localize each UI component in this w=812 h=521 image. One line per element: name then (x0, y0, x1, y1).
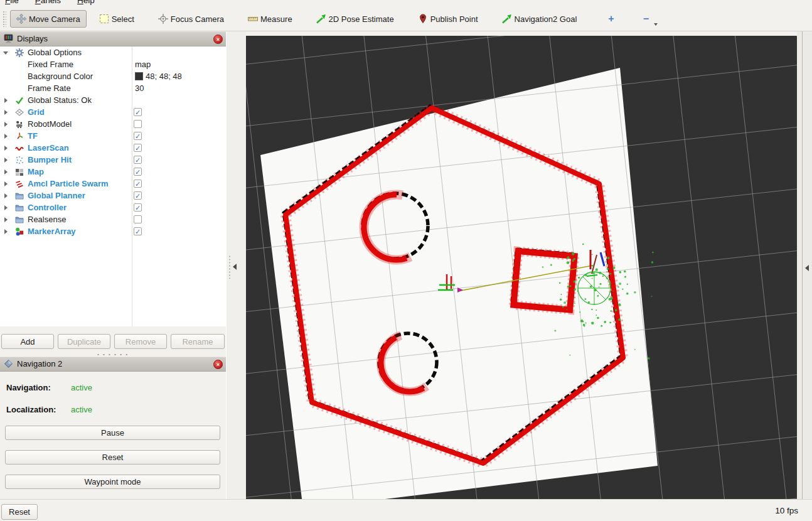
display-label[interactable]: Global Options (28, 48, 82, 57)
expander-closed-icon[interactable] (4, 169, 8, 175)
visibility-checkbox[interactable] (134, 120, 142, 128)
display-label[interactable]: Global Status: Ok (28, 95, 92, 105)
laser-icon (15, 144, 24, 153)
property-value[interactable]: 48; 48; 48 (135, 72, 182, 81)
menu-bar: File Panels Help (0, 0, 812, 7)
display-label[interactable]: Grid (28, 107, 45, 117)
map-pin-icon (418, 14, 428, 24)
visibility-checkbox[interactable]: ✓ (134, 108, 142, 116)
expander-closed-icon[interactable] (4, 134, 8, 139)
displays-panel-header[interactable]: Displays × (0, 31, 226, 46)
property-value[interactable]: 30 (135, 83, 144, 93)
check-icon (15, 96, 24, 105)
localization-status-value: active (71, 405, 92, 414)
navigation-status-value: active (71, 383, 92, 392)
move-camera-icon (16, 14, 26, 24)
expander-closed-icon[interactable] (4, 217, 8, 222)
tool-focus-camera[interactable]: Focus Camera (152, 10, 230, 28)
tool-move-camera[interactable]: Move Camera (10, 10, 87, 28)
visibility-checkbox[interactable]: ✓ (134, 227, 142, 235)
display-label[interactable]: LaserScan (28, 143, 69, 153)
expander-open-icon[interactable] (3, 51, 8, 55)
display-label[interactable]: Global Planner (28, 191, 85, 200)
display-row-bumper-hit[interactable]: Bumper Hit✓ (0, 154, 226, 166)
tool-label: Navigation2 Goal (515, 14, 577, 24)
reset-time-button[interactable]: Reset (1, 504, 38, 520)
expander-closed-icon[interactable] (4, 181, 8, 186)
toolbar: Move Camera Select Focus Camera Measure … (0, 7, 812, 31)
folder-icon (15, 191, 24, 200)
navigation2-close-button[interactable]: × (213, 360, 223, 369)
visibility-checkbox[interactable]: ✓ (134, 144, 142, 152)
display-row-controller[interactable]: Controller✓ (0, 201, 226, 213)
waypoint-mode-button[interactable]: Waypoint mode (5, 475, 220, 489)
3d-viewport[interactable] (246, 36, 797, 499)
tool-label: Move Camera (29, 14, 80, 24)
display-label[interactable]: MarkerArray (28, 227, 76, 236)
menu-help[interactable]: Help (77, 0, 95, 5)
tool-measure[interactable]: Measure (242, 10, 299, 28)
display-label[interactable]: Controller (28, 203, 67, 212)
visibility-checkbox[interactable]: ✓ (134, 132, 142, 140)
tool-navigation2-goal[interactable]: Navigation2 Goal (496, 10, 584, 28)
visibility-checkbox[interactable]: ✓ (134, 156, 142, 164)
display-row-global-planner[interactable]: Global Planner✓ (0, 190, 226, 201)
displays-close-button[interactable]: × (213, 35, 223, 44)
toolbar-drag-handle[interactable] (3, 11, 6, 27)
display-row-grid[interactable]: Grid✓ (0, 106, 226, 118)
display-row-realsense[interactable]: Realsense (0, 213, 226, 225)
display-row-background-color[interactable]: Background Color48; 48; 48 (0, 70, 226, 82)
expander-closed-icon[interactable] (4, 193, 8, 198)
display-row-global-status-ok[interactable]: Global Status: Ok (0, 94, 226, 106)
expander-closed-icon[interactable] (4, 146, 8, 151)
expander-closed-icon[interactable] (4, 98, 8, 103)
pause-button[interactable]: Pause (5, 426, 220, 440)
expander-closed-icon[interactable] (4, 205, 8, 210)
display-label[interactable]: Frame Rate (28, 83, 71, 93)
display-row-amcl-particle-swarm[interactable]: Amcl Particle Swarm✓ (0, 178, 226, 190)
visibility-checkbox[interactable]: ✓ (134, 191, 142, 200)
collapse-right-panel-icon[interactable] (805, 265, 809, 271)
add-tool-button[interactable]: + (603, 11, 619, 27)
display-row-laserscan[interactable]: LaserScan✓ (0, 142, 226, 154)
navigation-status-label: Navigation: (6, 383, 51, 392)
display-row-markerarray[interactable]: MarkerArray✓ (0, 225, 226, 237)
display-label[interactable]: RobotModel (28, 119, 72, 129)
right-splitter[interactable] (797, 31, 812, 499)
menu-panels[interactable]: Panels (35, 0, 61, 5)
expander-closed-icon[interactable] (4, 122, 8, 127)
tool-publish-point[interactable]: Publish Point (412, 10, 484, 28)
collapse-left-panel-icon[interactable] (233, 264, 237, 270)
display-row-fixed-frame[interactable]: Fixed Framemap (0, 58, 226, 70)
expander-closed-icon[interactable] (4, 158, 8, 163)
visibility-checkbox[interactable] (134, 215, 142, 223)
property-value[interactable]: map (135, 60, 151, 69)
display-label[interactable]: Background Color (28, 72, 93, 81)
minus-icon: − (643, 13, 649, 24)
expander-closed-icon[interactable] (4, 110, 8, 115)
navigation2-panel-header[interactable]: Navigation 2 × (0, 357, 226, 372)
menu-file[interactable]: File (5, 0, 19, 5)
visibility-checkbox[interactable]: ✓ (134, 168, 142, 176)
display-label[interactable]: Map (28, 167, 44, 176)
display-label[interactable]: Amcl Particle Swarm (28, 179, 109, 188)
display-label[interactable]: TF (28, 131, 38, 141)
panel-splitter[interactable] (226, 31, 247, 499)
display-row-global-options[interactable]: Global Options (0, 46, 226, 58)
display-label[interactable]: Bumper Hit (28, 155, 72, 164)
remove-tool-button[interactable]: − (638, 11, 654, 27)
tool-select[interactable]: Select (93, 10, 141, 28)
expander-closed-icon[interactable] (4, 229, 8, 234)
visibility-checkbox[interactable]: ✓ (134, 180, 142, 188)
display-row-frame-rate[interactable]: Frame Rate30 (0, 82, 226, 94)
display-row-robotmodel[interactable]: RobotModel (0, 118, 226, 130)
tool-2d-pose-estimate[interactable]: 2D Pose Estimate (310, 10, 400, 28)
gear-icon (15, 48, 24, 57)
reset-nav-button[interactable]: Reset (5, 450, 220, 465)
display-row-tf[interactable]: TF✓ (0, 130, 226, 142)
visibility-checkbox[interactable]: ✓ (134, 203, 142, 212)
display-label[interactable]: Realsense (28, 215, 66, 224)
display-label[interactable]: Fixed Frame (28, 60, 73, 69)
display-row-map[interactable]: Map✓ (0, 166, 226, 178)
add-display-button[interactable]: Add (1, 334, 54, 349)
